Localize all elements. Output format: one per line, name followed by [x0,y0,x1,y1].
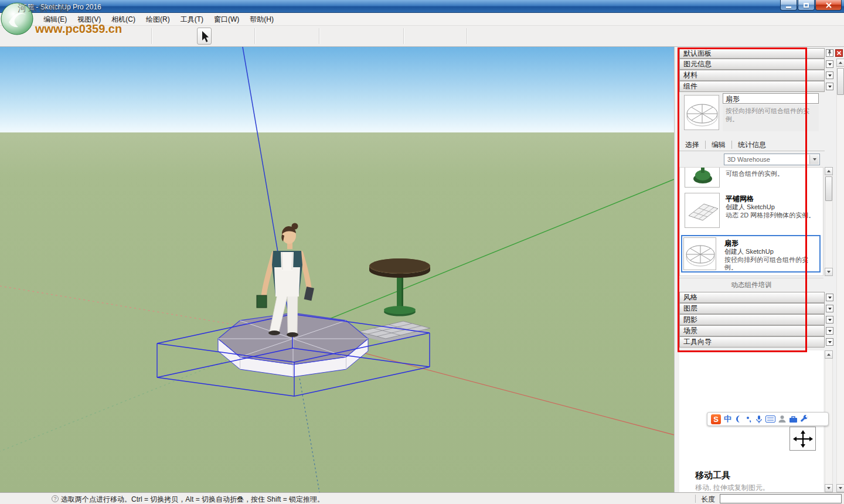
scroll-up-button[interactable] [836,59,844,67]
tray-pin-button[interactable] [826,49,833,57]
grid-component-icon [685,193,720,228]
menu-draw[interactable]: 绘图(R) [141,13,175,26]
scroll-up-button[interactable] [825,350,833,359]
component-thumbnail[interactable] [685,167,720,188]
sogou-logo-icon[interactable]: S [711,414,721,424]
shadows-rollup-button[interactable] [826,316,833,323]
help-icon[interactable]: ? [52,495,59,502]
pin-icon [827,50,832,56]
menu-file[interactable]: 文件(F) [5,13,38,26]
triangle-up-icon [839,62,842,64]
scroll-down-button[interactable] [825,268,833,276]
chevron-icon [828,308,832,310]
green-component-icon [685,167,720,188]
close-button[interactable] [815,0,842,11]
instructor-tool-title: 移动工具 [695,470,730,481]
chevron-icon [828,297,832,299]
measurement-input[interactable] [720,494,842,503]
chevron-icon [828,341,832,343]
status-message: 选取两个点进行移动。Ctrl = 切换拷贝，Alt = 切换自动折叠，按住 Sh… [61,495,324,504]
tray-close-button[interactable] [835,49,843,57]
maximize-button[interactable] [798,0,815,11]
components-tabs: 选择 编辑 统计信息 [679,138,825,151]
3d-viewport[interactable] [0,47,674,492]
section-label: 材料 [683,71,697,79]
section-label: 风格 [683,293,697,301]
window-controls [780,0,842,11]
measurement-label: 长度 [701,495,715,504]
titlebar: 无标题 - SketchUp Pro 2016 [0,0,844,13]
component-item-selected[interactable]: 扇形 创建人 SketchUp 按径向排列的可组合组件的实例。 [681,235,821,273]
component-item-creator: 创建人 SketchUp [726,203,775,212]
entity-info-rollup-button[interactable] [826,60,833,68]
window-title: 无标题 - SketchUp Pro 2016 [13,2,101,12]
scrollbar-thumb[interactable] [825,176,832,201]
component-item-description: 按径向排列的可组合组件的实例。 [724,256,817,271]
user-icon[interactable] [778,415,786,423]
component-name-field[interactable]: 扇形 [723,93,819,104]
triangle-up-icon [827,353,831,356]
tab-edit[interactable]: 编辑 [706,138,731,151]
section-shadows[interactable]: 阴影 [679,314,825,325]
section-layers[interactable]: 图层 [679,303,825,314]
layers-rollup-button[interactable] [826,305,833,312]
scroll-up-button[interactable] [825,167,833,175]
select-tool-button[interactable] [197,28,212,45]
ime-mode-toggle[interactable]: 中 [724,414,731,424]
triangle-down-icon [827,271,831,273]
microphone-icon[interactable] [755,415,763,424]
scroll-down-button[interactable] [836,484,844,492]
keyboard-icon[interactable] [765,416,775,423]
component-thumbnail[interactable] [685,193,720,228]
component-source-dropdown[interactable]: 3D Warehouse [724,154,820,165]
fan-component-icon [684,238,716,270]
sketchup-window: 无标题 - SketchUp Pro 2016 文件(F) 编辑(E) 视图(V… [0,0,844,504]
tray-title: 默认面板 [683,49,712,57]
minimize-button[interactable] [780,0,797,11]
materials-rollup-button[interactable] [826,71,833,79]
component-item-description: 动态 2D 网格排列物体的实例。 [726,212,821,219]
wrench-icon[interactable] [801,415,809,423]
section-components[interactable]: 组件 [679,81,825,92]
section-entity-info[interactable]: 图元信息 [679,59,825,70]
tab-select[interactable]: 选择 [679,138,705,151]
instructor-rollup-button[interactable] [826,338,833,346]
tab-statistics[interactable]: 统计信息 [732,138,772,151]
menu-view[interactable]: 视图(V) [72,13,106,26]
section-materials[interactable]: 材料 [679,70,825,81]
punctuation-icon[interactable] [746,415,753,423]
triangle-down-icon [827,487,831,489]
components-rollup-button[interactable] [826,83,833,90]
tray-scrollbar[interactable] [836,59,844,492]
scenes-rollup-button[interactable] [826,327,833,335]
menu-tools[interactable]: 工具(T) [175,13,209,26]
menu-window[interactable]: 窗口(W) [209,13,244,26]
moon-icon[interactable] [734,415,743,423]
toolbar-separator [403,28,404,44]
section-label: 场景 [683,326,697,335]
dynamic-components-training-link[interactable]: 动态组件培训 [679,278,823,290]
move-cursor-preview [789,427,816,451]
section-styles[interactable]: 风格 [679,292,825,303]
scrollbar-thumb[interactable] [837,68,844,95]
default-tray: 默认面板 图元信息 材料 组件 [674,47,844,492]
minimize-icon [786,6,791,8]
section-scenes[interactable]: 场景 [679,325,825,336]
dropdown-value: 3D Warehouse [727,156,770,163]
menu-camera[interactable]: 相机(C) [106,13,141,26]
styles-rollup-button[interactable] [826,294,833,301]
menubar: 文件(F) 编辑(E) 视图(V) 相机(C) 绘图(R) 工具(T) 窗口(W… [0,13,844,26]
section-instructor[interactable]: 工具向导 [679,336,825,348]
chevron-icon [828,74,832,77]
menu-help[interactable]: 帮助(H) [244,13,279,26]
scroll-down-button[interactable] [825,484,833,492]
tray-header[interactable]: 默认面板 [679,48,825,59]
section-label: 图层 [683,304,697,312]
triangle-down-icon [839,487,842,489]
component-description-field[interactable]: 按径向排列的可组合组件的实例。 [723,105,819,131]
toolbox-icon[interactable] [789,416,798,423]
component-item-description[interactable]: 可组合组件的实例。 [726,170,819,178]
fan-component-icon [685,96,719,130]
menu-edit[interactable]: 编辑(E) [38,13,72,26]
chevron-icon [828,86,832,88]
